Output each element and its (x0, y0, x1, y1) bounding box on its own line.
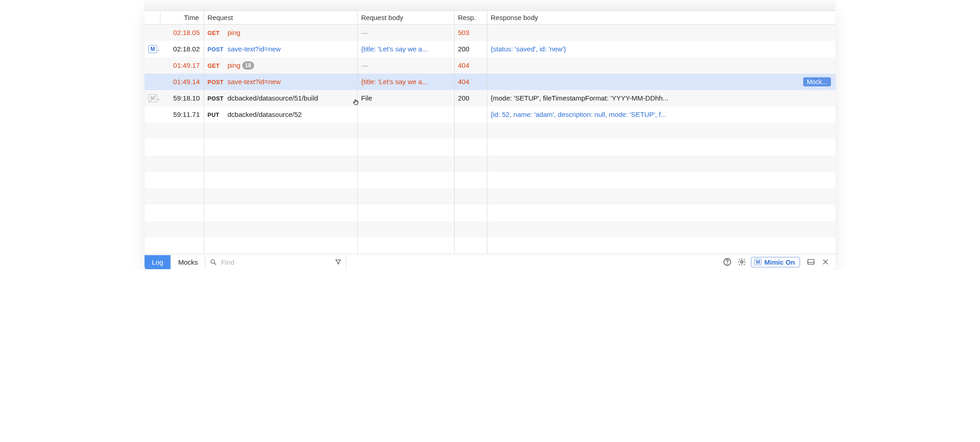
mock-indicator-cell: M (145, 90, 160, 106)
table-row[interactable]: M59:18.10POSTdcbacked/datasource/51/buil… (145, 90, 835, 106)
cell-request: GETping (204, 25, 357, 41)
cell-request: PUTdcbacked/datasource/52 (204, 106, 357, 123)
mock-enabled-icon[interactable]: M (148, 45, 157, 53)
http-method: POST (208, 79, 228, 85)
settings-icon[interactable] (735, 256, 748, 268)
cell-response-body: {mode: 'SETUP', fileTimestampFormat: 'YY… (487, 90, 835, 106)
empty-row (145, 172, 835, 188)
help-icon[interactable] (721, 256, 734, 268)
mock-disabled-icon[interactable]: M (148, 94, 157, 102)
cell-request: POSTdcbacked/datasource/51/build (204, 90, 357, 106)
http-method: POST (208, 46, 228, 53)
cell-time: 01:49.17 (160, 57, 204, 74)
cell-time: 59:18.10 (160, 90, 204, 106)
cell-request-body: — (357, 25, 454, 41)
svg-point-0 (211, 260, 215, 263)
header-mock[interactable] (145, 11, 160, 25)
cell-request-body: — (357, 57, 454, 74)
request-path: dcbacked/datasource/51/build (228, 94, 318, 102)
cell-response-body: Mock... (487, 74, 835, 90)
request-path: ping (228, 61, 240, 69)
svg-point-4 (741, 261, 743, 263)
svg-line-1 (215, 263, 216, 265)
header-time[interactable]: Time (160, 11, 204, 25)
find-input[interactable] (220, 258, 331, 266)
mimic-toggle[interactable]: M Mimic On (751, 257, 800, 267)
header-request-body[interactable]: Request body (357, 11, 454, 25)
empty-row (145, 123, 835, 139)
cell-response-body: {id: 52, name: 'adam', description: null… (487, 106, 835, 123)
mock-indicator-cell (145, 106, 160, 123)
empty-row (145, 139, 835, 156)
requests-table: Time Request Request body Resp. Response… (145, 11, 835, 254)
cell-resp-status: 404 (454, 57, 487, 74)
mimic-label: Mimic On (764, 258, 795, 266)
empty-row (145, 188, 835, 205)
repeat-count-badge: 18 (242, 61, 254, 70)
window-titlebar (145, 0, 835, 11)
cell-time: 02:18.02 (160, 41, 204, 57)
table-row[interactable]: 01:49.17GETping18—404 (145, 57, 835, 74)
mock-indicator-cell (145, 57, 160, 74)
close-icon[interactable] (819, 256, 832, 268)
cell-request: GETping18 (204, 57, 357, 74)
cell-time: 02:18.05 (160, 25, 204, 41)
table-row[interactable]: 01:49.14POSTsave-text?id=new{title: 'Let… (145, 74, 835, 90)
cell-request-body: {title: 'Let's say we a... (357, 74, 454, 90)
cell-request-body: File (357, 90, 454, 106)
mock-button[interactable]: Mock... (803, 77, 831, 86)
cell-resp-status: 404 (454, 74, 487, 90)
cell-resp-status: 200 (454, 41, 487, 57)
table-row[interactable]: 59:11.71PUTdcbacked/datasource/52{id: 52… (145, 106, 835, 123)
http-method: POST (208, 95, 228, 102)
request-path: save-text?id=new (228, 78, 281, 85)
mock-indicator-cell: M (145, 41, 160, 57)
cell-resp-status (454, 106, 487, 123)
tab-mocks[interactable]: Mocks (171, 255, 205, 269)
find-container (205, 254, 346, 270)
http-method: GET (208, 63, 228, 69)
empty-row (145, 205, 835, 221)
cell-request-body: {title: 'Let's say we a... (357, 41, 454, 57)
empty-row (145, 221, 835, 237)
search-icon (209, 256, 217, 268)
svg-rect-5 (808, 260, 814, 265)
request-path: save-text?id=new (228, 45, 281, 53)
table-header-row: Time Request Request body Resp. Response… (145, 11, 835, 25)
svg-point-3 (727, 263, 728, 264)
request-path: ping (228, 29, 240, 36)
table-row[interactable]: 02:18.05GETping—503 (145, 25, 835, 41)
cell-resp-status: 503 (454, 25, 487, 41)
header-request[interactable]: Request (204, 11, 357, 25)
mock-indicator-cell (145, 25, 160, 41)
mock-indicator-cell (145, 74, 160, 90)
cell-response-body (487, 57, 835, 74)
empty-row (145, 156, 835, 172)
http-method: GET (208, 30, 228, 36)
filter-icon[interactable] (334, 256, 342, 268)
cell-resp-status: 200 (454, 90, 487, 106)
cell-request-body (357, 106, 454, 123)
cell-response-body (487, 25, 835, 41)
bottom-toolbar: Log Mocks M Mimic On (145, 254, 835, 270)
cell-request: POSTsave-text?id=new (204, 74, 357, 90)
request-path: dcbacked/datasource/52 (228, 110, 302, 118)
cell-response-body: {status: 'saved', id: 'new'} (487, 41, 835, 57)
layout-icon[interactable] (805, 256, 817, 268)
tab-log[interactable]: Log (145, 255, 171, 269)
cell-time: 01:49.14 (160, 74, 204, 90)
header-resp[interactable]: Resp. (454, 11, 487, 25)
network-log-panel: Time Request Request body Resp. Response… (145, 0, 835, 270)
empty-row (145, 237, 835, 254)
cell-request: POSTsave-text?id=new (204, 41, 357, 57)
cell-time: 59:11.71 (160, 106, 204, 123)
header-response-body[interactable]: Response body (487, 11, 835, 25)
mimic-badge-icon: M (754, 259, 761, 265)
table-row[interactable]: M02:18.02POSTsave-text?id=new{title: 'Le… (145, 41, 835, 57)
http-method: PUT (208, 112, 228, 118)
